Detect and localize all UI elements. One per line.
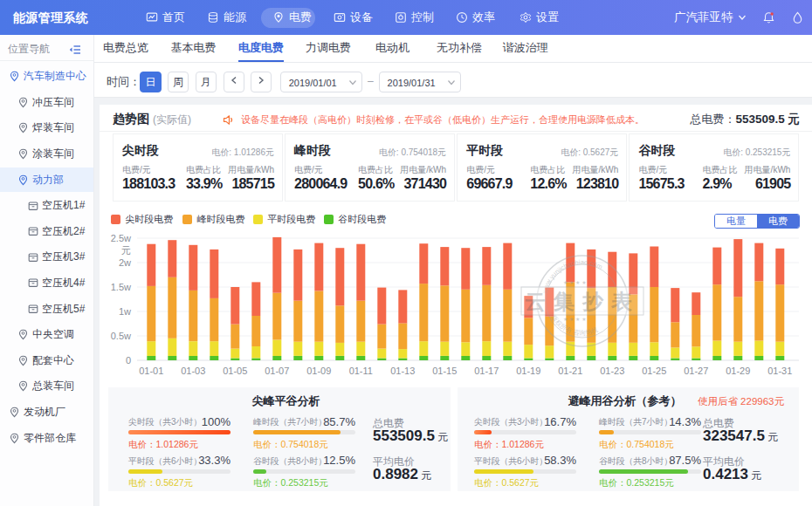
svg-text:2w: 2w <box>119 257 131 268</box>
svg-text:元: 元 <box>121 245 131 256</box>
svg-text:1w: 1w <box>119 306 131 317</box>
svg-text:01-17: 01-17 <box>474 366 499 376</box>
svg-text:★ ★ ★ ★: ★ ★ ★ ★ <box>563 317 587 322</box>
svg-text:0: 0 <box>126 355 131 366</box>
svg-text:01-23: 01-23 <box>600 366 624 376</box>
svg-text:01-05: 01-05 <box>223 366 247 376</box>
svg-text:01-31: 01-31 <box>767 366 792 376</box>
svg-text:云集抄表: 云集抄表 <box>525 290 640 313</box>
svg-text:01-19: 01-19 <box>516 366 540 376</box>
svg-text:01-21: 01-21 <box>558 366 582 376</box>
svg-text:01-27: 01-27 <box>684 366 708 376</box>
svg-text:01-25: 01-25 <box>642 366 666 376</box>
svg-text:2.5w: 2.5w <box>111 233 131 243</box>
svg-text:0.5w: 0.5w <box>111 331 131 341</box>
svg-text:01-09: 01-09 <box>306 366 331 376</box>
svg-text:01-13: 01-13 <box>390 366 415 376</box>
svg-text:01-03: 01-03 <box>181 366 205 376</box>
svg-text:01-11: 01-11 <box>349 366 373 376</box>
svg-text:01-07: 01-07 <box>265 366 289 376</box>
svg-text:01-29: 01-29 <box>726 366 750 376</box>
svg-text:★ ★ ★ ★: ★ ★ ★ ★ <box>563 280 587 285</box>
svg-text:01-15: 01-15 <box>432 366 457 376</box>
svg-text:01-01: 01-01 <box>139 366 163 376</box>
svg-text:1.5w: 1.5w <box>111 282 131 292</box>
